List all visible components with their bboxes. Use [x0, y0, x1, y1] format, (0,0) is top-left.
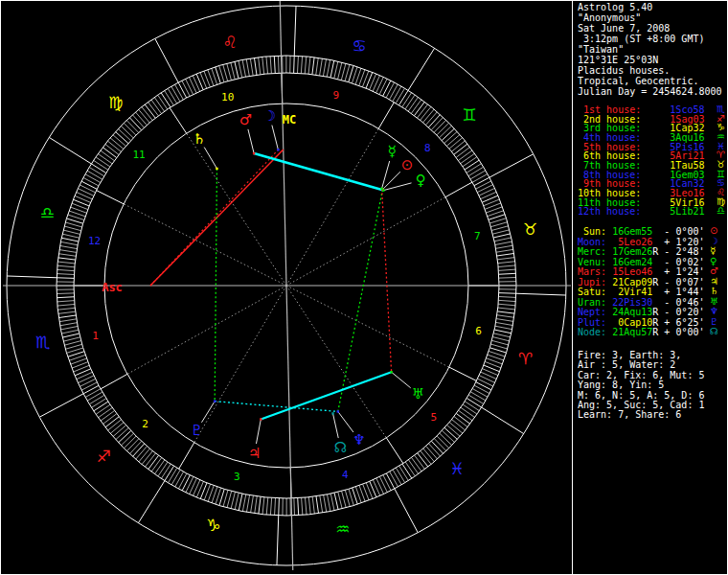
natal-chart-wheel: ♈♉♊♋♌♍♎♏♐♑♒♓123456789101112⊙☽☿♀♂♃♄♅♆♇☊MC… — [0, 0, 573, 575]
degree-tick — [405, 462, 415, 476]
aspect-line-sextile — [254, 153, 383, 190]
degree-tick — [77, 193, 92, 199]
planet-position-dot — [331, 412, 333, 414]
degree-tick — [242, 59, 245, 77]
title-text: "Anonymous" — [578, 12, 641, 23]
planet-position-dot — [277, 149, 279, 150]
degree-tick — [440, 433, 452, 445]
degree-tick — [242, 494, 245, 512]
degree-tick — [136, 447, 148, 460]
degree-tick — [476, 181, 491, 189]
house-number: 4 — [342, 469, 349, 481]
degree-tick — [408, 460, 418, 474]
degree-tick — [408, 97, 418, 111]
degree-tick — [470, 171, 486, 179]
planet-label: Plut: — [578, 317, 606, 328]
house-number: 5 — [431, 411, 438, 424]
degree-tick — [305, 57, 307, 74]
degree-tick — [498, 304, 515, 306]
degree-tick — [193, 480, 200, 495]
degree-tick — [316, 58, 318, 75]
house-number: 1 — [92, 330, 99, 342]
planet-position-dot — [260, 418, 262, 420]
degree-tick — [297, 56, 298, 73]
degree-tick — [279, 498, 280, 516]
degree-tick — [246, 59, 249, 77]
planet-longitude-value: 5Leo26 — [612, 237, 652, 247]
planet-velocity-value: - 2°48' — [664, 246, 704, 257]
tally-text: Ang: 5, Suc: 5, Cad: 1 — [578, 400, 704, 410]
planet-pointer-line — [256, 419, 261, 444]
house-cusp-spoke — [286, 128, 378, 286]
planet-longitude-value: 22Pis30 — [612, 297, 652, 308]
sign-boundary-line — [516, 293, 566, 295]
degree-tick — [330, 494, 334, 511]
degree-tick — [499, 296, 516, 297]
planet-longitude-value: 16Gem55 — [612, 226, 652, 237]
degree-tick — [89, 168, 103, 176]
zodiac-sign-glyph: ♏ — [35, 333, 50, 352]
planet-pointer-line — [333, 413, 339, 438]
aspect-line-sextile — [215, 402, 338, 412]
mc-label: MC — [283, 113, 296, 126]
planet-position-row: Satu: 2Vir41 + 1°44'♄ — [578, 288, 705, 297]
degree-tick — [418, 104, 428, 118]
degree-tick — [468, 167, 483, 175]
house-number: 8 — [424, 142, 431, 154]
planet-glyph-node: ☊ — [334, 439, 347, 456]
house-cusp-value: 5Lib21 — [670, 206, 704, 217]
planet-glyph-saturn: ♄ — [193, 130, 205, 148]
degree-tick — [399, 90, 409, 104]
planet-icon: ☿ — [710, 246, 716, 256]
degree-tick — [126, 439, 138, 451]
degree-tick — [275, 498, 276, 516]
house-number: 6 — [475, 325, 482, 337]
degree-tick — [379, 79, 387, 94]
degree-tick — [60, 245, 78, 248]
degree-tick — [182, 475, 190, 491]
degree-tick — [235, 61, 239, 79]
planet-velocity-value: - 0°00' — [664, 226, 704, 237]
degree-tick — [102, 414, 116, 425]
degree-tick — [171, 470, 180, 485]
degree-tick — [327, 59, 330, 77]
degree-tick — [498, 300, 515, 301]
degree-tick — [91, 164, 105, 173]
degree-tick — [479, 188, 494, 196]
degree-tick — [129, 118, 141, 130]
house-number: 3 — [234, 471, 240, 483]
degree-tick — [396, 88, 404, 103]
degree-tick — [58, 315, 76, 318]
degree-tick — [316, 496, 319, 514]
degree-tick — [62, 234, 80, 238]
sign-boundary-line — [395, 489, 418, 533]
degree-tick — [498, 265, 515, 267]
sign-boundary-line — [49, 137, 91, 164]
degree-tick — [490, 222, 507, 227]
degree-tick — [494, 330, 512, 334]
degree-tick — [124, 123, 136, 135]
degree-tick — [478, 379, 493, 386]
degree-tick — [89, 395, 103, 403]
planet-position-dot — [253, 152, 255, 154]
degree-tick — [376, 77, 384, 92]
tally-text: M: 6, N: 5, A: 5, D: 6 — [578, 390, 704, 401]
planet-label: Uran: — [578, 297, 606, 308]
degree-tick — [270, 497, 271, 515]
degree-tick — [64, 341, 80, 346]
planet-velocity-value: + 6°25' — [664, 317, 704, 328]
planet-longitude-value: 0Cap10 — [612, 317, 652, 328]
degree-tick — [312, 58, 314, 75]
sign-boundary-line — [138, 481, 165, 523]
planet-longitude-value: 21Aqu57 — [612, 327, 652, 337]
degree-tick — [83, 177, 99, 185]
title-text: Placidus houses. — [578, 65, 670, 76]
title-text: Sat June 7, 2008 — [578, 23, 670, 34]
panel-title-line: Tropical, Geocentric. — [578, 77, 698, 86]
degree-tick — [165, 466, 174, 480]
degree-tick — [94, 402, 108, 411]
degree-tick — [393, 470, 401, 485]
house-cusp-segment — [378, 103, 394, 129]
planet-longitude-value: 15Leo46 — [612, 266, 652, 277]
planet-position-row: Plut: 0Cap10R + 6°25'♇ — [578, 318, 705, 328]
